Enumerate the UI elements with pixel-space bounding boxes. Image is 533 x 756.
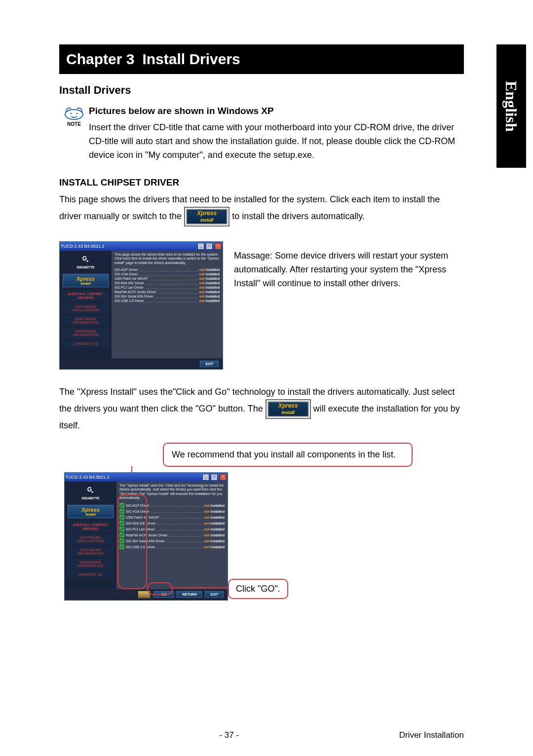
xpress-bottom: Install xyxy=(187,217,227,224)
minimize-icon[interactable]: _ xyxy=(197,243,204,250)
brand-logo: G▸GIGABYTE xyxy=(60,253,112,272)
driver-row[interactable]: USB Patch for WinXPnot installed xyxy=(114,277,220,280)
language-label: English xyxy=(502,80,521,131)
driver-name: SiS AGP Driver xyxy=(114,268,138,271)
maximize-icon[interactable]: □ xyxy=(206,243,213,250)
driver-status: not installed xyxy=(204,533,225,537)
recommend-callout: We recommend that you install all compon… xyxy=(163,443,413,467)
installer-sidebar: G▸GIGABYTE Xpress Install ▶INSTALL CHIPS… xyxy=(60,251,112,358)
callout-go-button xyxy=(147,582,173,595)
installer-window-1: TUCD 2.43 B4.0521.2 _ □ × G▸GIGABYTE Xpr… xyxy=(59,241,223,370)
driver-name: SiS USB 2.0 Driver xyxy=(114,299,144,302)
driver-status: not installed xyxy=(199,295,220,298)
click-go-callout: Click "GO". xyxy=(228,579,288,599)
chipset-heading: INSTALL CHIPSET DRIVER xyxy=(59,177,464,188)
driver-status: not installed xyxy=(199,277,220,280)
driver-status: not installed xyxy=(199,286,220,289)
side-paragraph: Massage: Some device drivers will restar… xyxy=(234,241,464,291)
sidebar-item-install-chipset-2[interactable]: ▶INSTALL CHIPSET DRIVERS xyxy=(67,521,114,532)
driver-row[interactable]: SiS Mini IDE Drivernot installed xyxy=(114,281,220,285)
exit-button-2[interactable]: EXIT xyxy=(205,591,224,598)
driver-status: not installed xyxy=(204,539,225,543)
exit-button[interactable]: EXIT xyxy=(200,361,219,367)
return-button[interactable]: RETURN xyxy=(177,591,202,598)
callout-checkbox-column xyxy=(117,494,147,589)
window-title-2: TUCD 2.43 B4.0521.2 xyxy=(66,475,110,480)
subsection-title: Pictures below are shown in Windows XP xyxy=(89,104,464,118)
minimize-icon[interactable]: _ xyxy=(202,474,209,481)
xpress-top: Xpress xyxy=(197,210,217,217)
driver-status: not installed xyxy=(204,516,225,519)
titlebar: TUCD 2.43 B4.0521.2 _ □ × xyxy=(60,242,223,251)
sidebar-item-software-info-2[interactable]: SOFTWARE INFORMATION xyxy=(67,546,114,557)
page-footer: - 37 - Driver Installation xyxy=(59,730,464,740)
chipset-para-b: to install the drivers automatically. xyxy=(232,211,365,221)
driver-row[interactable]: SiS 964 Serial ATA Drivernot installed xyxy=(114,295,220,298)
driver-row[interactable]: SiS USB 2.0 Drivernot installed xyxy=(114,299,220,302)
svg-point-1 xyxy=(70,113,72,114)
driver-status: not installed xyxy=(199,299,220,302)
sidebar-item-software-apps[interactable]: SOFTWARE APPLICATIONS xyxy=(62,303,109,314)
page-number: - 37 - xyxy=(59,730,399,740)
window-controls[interactable]: _ □ × xyxy=(197,243,222,250)
sidebar-xpress-install-2[interactable]: XpressInstall xyxy=(68,505,114,518)
sidebar-item-software-apps-2[interactable]: SOFTWARE APPLICATIONS xyxy=(67,534,114,545)
titlebar-2: TUCD 2.43 B4.0521.2 _ □ × xyxy=(65,473,228,482)
xpress-install-badge: Xpress Install xyxy=(184,207,229,227)
chapter-title: Install Drivers xyxy=(142,51,240,68)
close-icon[interactable]: × xyxy=(215,243,222,250)
driver-row[interactable]: SiS PCI Lan Drivernot installed xyxy=(114,286,220,289)
chapter-banner: Chapter 3 Install Drivers xyxy=(59,44,464,74)
driver-row[interactable]: SiS VGA Drivernot installed xyxy=(114,272,220,276)
intro-paragraph: Insert the driver CD-title that came wit… xyxy=(89,121,464,162)
svg-point-2 xyxy=(76,113,77,114)
window-title: TUCD 2.43 B4.0521.2 xyxy=(61,244,105,249)
driver-status: not installed xyxy=(199,272,220,276)
chapter-number: Chapter 3 xyxy=(66,51,134,68)
driver-status: not installed xyxy=(204,545,225,549)
sidebar-xpress-install[interactable]: Xpress Install xyxy=(63,274,109,287)
driver-status: not installed xyxy=(199,268,220,271)
driver-status: not installed xyxy=(204,504,225,507)
driver-name: SiS 964 Serial ATA Driver xyxy=(114,295,153,298)
sidebar-item-contact-us[interactable]: CONTACT US xyxy=(62,340,109,347)
driver-row[interactable]: SiS AGP Drivernot installed xyxy=(114,268,220,271)
sidebar-item-software-info[interactable]: SOFTWARE INFORMATION xyxy=(62,315,109,326)
installer-desc: This page shows the drivers that need to… xyxy=(114,253,220,265)
sidebar-item-hardware-info-2[interactable]: HARDWARE INFORMATION xyxy=(67,559,114,569)
driver-row[interactable]: RealTek AC97 Audio Drivernot installed xyxy=(114,290,220,294)
note-label: NOTE xyxy=(59,121,89,127)
driver-name: SiS Mini IDE Driver xyxy=(114,281,144,285)
language-tab: English xyxy=(496,44,526,168)
window-controls-2[interactable]: _ □ × xyxy=(202,474,227,481)
section-title: Install Drivers xyxy=(59,84,464,97)
maximize-icon[interactable]: □ xyxy=(211,474,218,481)
driver-name: RealTek AC97 Audio Driver xyxy=(114,290,156,294)
sidebar-item-install-chipset[interactable]: ▶INSTALL CHIPSET DRIVERS xyxy=(62,290,109,302)
note-icon: NOTE xyxy=(59,104,89,127)
brand-logo-2: G▸GIGABYTE xyxy=(65,484,116,503)
driver-status: not installed xyxy=(199,281,220,285)
driver-status: not installed xyxy=(204,510,225,513)
driver-name: USB Patch for WinXP xyxy=(114,277,148,280)
driver-status: not installed xyxy=(204,528,225,531)
sidebar-item-contact-us-2[interactable]: CONTACT US xyxy=(67,571,114,578)
close-icon[interactable]: × xyxy=(220,474,227,481)
driver-status: not installed xyxy=(199,290,220,294)
footer-section: Driver Installation xyxy=(399,730,464,740)
xpress-install-badge-2: Xpress Install xyxy=(266,399,311,419)
driver-status: not installed xyxy=(204,522,225,525)
driver-name: SiS VGA Driver xyxy=(114,272,138,276)
sidebar-item-hardware-info[interactable]: HARDWARE INFORMATION xyxy=(62,328,109,339)
driver-name: SiS PCI Lan Driver xyxy=(114,286,144,289)
